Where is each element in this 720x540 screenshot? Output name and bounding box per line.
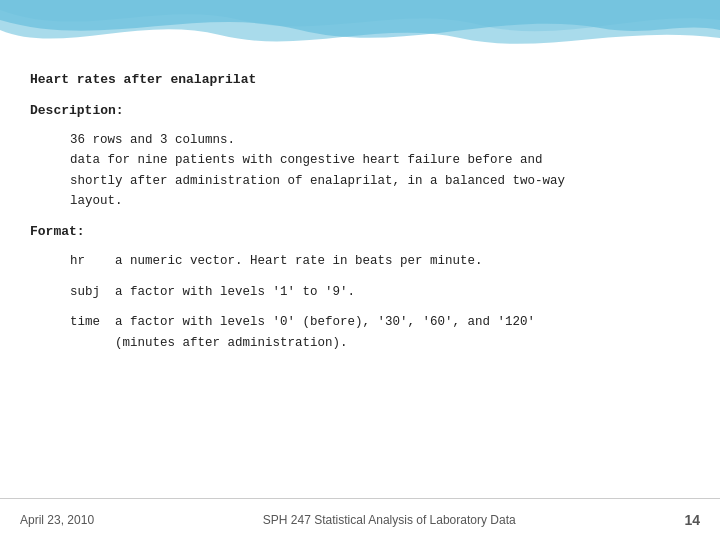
format-time-key: time: [70, 312, 115, 353]
footer-date: April 23, 2010: [20, 513, 94, 527]
wave-header: [0, 0, 720, 60]
description-block: 36 rows and 3 columns. data for nine pat…: [70, 130, 690, 213]
footer-title: SPH 247 Statistical Analysis of Laborato…: [263, 513, 516, 527]
format-label: Format:: [30, 222, 690, 243]
desc-line-4: layout.: [70, 191, 690, 212]
format-hr: hr a numeric vector. Heart rate in beats…: [70, 251, 690, 272]
slide-title: Heart rates after enalaprilat: [30, 70, 690, 91]
footer: April 23, 2010 SPH 247 Statistical Analy…: [0, 498, 720, 540]
format-hr-key: hr: [70, 251, 115, 272]
format-time-val: a factor with levels '0' (before), '30',…: [115, 312, 690, 353]
main-content: Heart rates after enalaprilat Descriptio…: [30, 70, 690, 490]
footer-page: 14: [684, 512, 700, 528]
desc-line-1: 36 rows and 3 columns.: [70, 130, 690, 151]
format-hr-val: a numeric vector. Heart rate in beats pe…: [115, 251, 690, 272]
desc-line-3: shortly after administration of enalapri…: [70, 171, 690, 192]
format-subj-val: a factor with levels '1' to '9'.: [115, 282, 690, 303]
format-time: time a factor with levels '0' (before), …: [70, 312, 690, 353]
slide: Heart rates after enalaprilat Descriptio…: [0, 0, 720, 540]
description-label: Description:: [30, 101, 690, 122]
desc-line-2: data for nine patients with congestive h…: [70, 150, 690, 171]
format-subj-key: subj: [70, 282, 115, 303]
format-subj: subj a factor with levels '1' to '9'.: [70, 282, 690, 303]
